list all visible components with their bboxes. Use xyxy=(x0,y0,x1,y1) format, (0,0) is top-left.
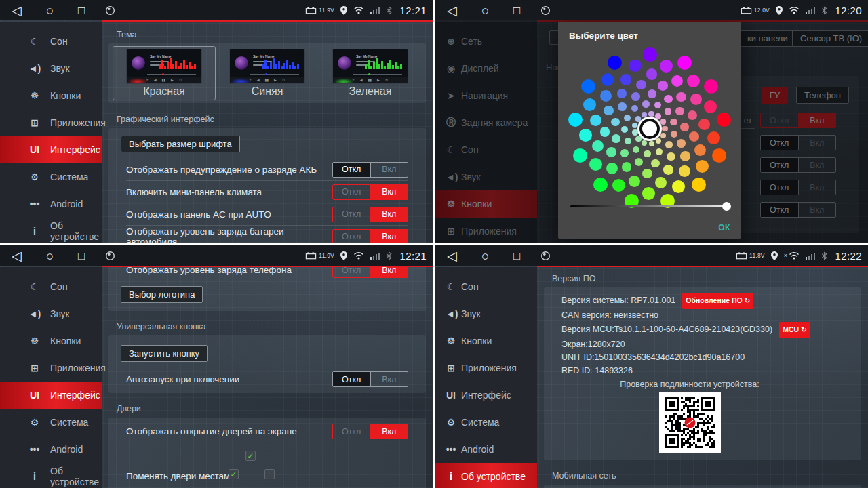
color-dot[interactable] xyxy=(671,131,678,138)
toggle-on-option[interactable]: Вкл xyxy=(370,230,408,243)
color-dot[interactable] xyxy=(625,138,632,145)
theme-option[interactable]: ∙ ∙ ∙∙ ∙ ∙ Say My Name ≡◀▮▮▶↻ Зеленая xyxy=(319,46,422,100)
color-dot[interactable] xyxy=(696,160,709,173)
color-dot[interactable] xyxy=(642,187,655,200)
color-dot[interactable] xyxy=(592,140,604,152)
brightness-slider[interactable] xyxy=(570,205,729,207)
color-dot[interactable] xyxy=(631,92,640,101)
color-dot[interactable] xyxy=(660,60,673,73)
app-icon[interactable] xyxy=(540,5,551,16)
color-dot[interactable] xyxy=(660,119,666,124)
app-icon[interactable] xyxy=(105,251,115,261)
sidebar-item[interactable]: ◄) Звук xyxy=(0,55,102,82)
color-dot[interactable] xyxy=(606,147,616,157)
color-dot[interactable] xyxy=(635,116,641,121)
color-dot[interactable] xyxy=(679,165,690,177)
home-button[interactable]: ○ xyxy=(46,249,54,262)
color-dot[interactable] xyxy=(632,129,637,135)
color-dot[interactable] xyxy=(667,152,675,161)
color-dot[interactable] xyxy=(604,106,614,116)
color-dot[interactable] xyxy=(712,148,726,163)
on-off-toggle[interactable]: Откл Вкл xyxy=(332,371,408,387)
theme-option[interactable]: ∙ ∙ ∙∙ ∙ ∙ Say My Name ≡◀▮▮▶↻ Красная xyxy=(113,46,216,100)
color-dot[interactable] xyxy=(646,68,658,80)
color-dot[interactable] xyxy=(658,81,668,91)
color-dot[interactable] xyxy=(606,163,618,174)
toggle-off-option[interactable]: Откл xyxy=(333,267,370,277)
color-dot[interactable] xyxy=(620,149,629,158)
sidebar-item[interactable]: ☸ Кнопки xyxy=(435,327,537,354)
color-dot[interactable] xyxy=(618,102,627,111)
ok-button[interactable]: ОК xyxy=(718,223,730,232)
color-dot[interactable] xyxy=(660,133,666,138)
color-dot[interactable] xyxy=(694,144,706,156)
sidebar-item[interactable]: ☾ Сон xyxy=(435,273,537,300)
color-dot[interactable] xyxy=(635,136,641,142)
color-dot[interactable] xyxy=(600,90,612,102)
color-dot[interactable] xyxy=(629,176,640,187)
color-dot[interactable] xyxy=(690,94,702,105)
color-dot[interactable] xyxy=(632,123,637,128)
color-dot[interactable] xyxy=(579,129,592,142)
color-dot[interactable] xyxy=(612,134,620,143)
color-dot[interactable] xyxy=(707,131,720,144)
sidebar-item[interactable]: UI Интерфейс xyxy=(0,136,102,163)
sidebar-item[interactable]: ⚙ Система xyxy=(0,409,102,436)
color-dot[interactable] xyxy=(642,140,647,146)
selected-color-dot[interactable] xyxy=(642,121,657,136)
color-dot[interactable] xyxy=(665,108,672,115)
color-dot[interactable] xyxy=(717,113,731,127)
color-dot[interactable] xyxy=(672,180,685,193)
color-dot[interactable] xyxy=(704,79,718,94)
color-dot[interactable] xyxy=(589,158,602,171)
logo-select-button[interactable]: Выбор логотипа xyxy=(121,286,203,303)
sidebar-item[interactable]: i Об устройстве xyxy=(0,463,102,488)
back-button[interactable]: ◁ xyxy=(12,249,22,262)
color-dot[interactable] xyxy=(680,151,690,161)
sidebar-item[interactable]: ⊞ Приложения xyxy=(0,354,102,382)
color-dot[interactable] xyxy=(636,80,646,90)
color-dot[interactable] xyxy=(620,74,632,85)
update-badge[interactable]: Обновление ПО ↻ xyxy=(682,293,753,309)
slider-thumb[interactable] xyxy=(722,202,731,211)
toggle-off-option[interactable]: Откл xyxy=(333,424,370,439)
toggle-off-option[interactable]: Откл xyxy=(333,230,370,243)
color-dot[interactable] xyxy=(568,113,583,127)
sidebar-item[interactable]: UI Интерфейс xyxy=(435,382,537,409)
color-dot[interactable] xyxy=(676,92,686,102)
color-dot[interactable] xyxy=(670,119,677,126)
recents-button[interactable]: □ xyxy=(513,5,520,16)
home-button[interactable]: ○ xyxy=(481,4,489,17)
color-dot[interactable] xyxy=(633,146,640,154)
color-dot[interactable] xyxy=(689,131,699,142)
color-dot[interactable] xyxy=(617,89,627,99)
color-dot[interactable] xyxy=(704,100,717,113)
color-dot[interactable] xyxy=(656,138,661,144)
update-badge[interactable]: MCU ↻ xyxy=(779,322,810,338)
home-button[interactable]: ○ xyxy=(46,4,54,17)
color-dot[interactable] xyxy=(643,47,657,62)
home-button[interactable]: ○ xyxy=(481,249,489,262)
color-dot[interactable] xyxy=(648,89,656,98)
toggle-on-option[interactable]: Вкл xyxy=(370,163,408,177)
back-button[interactable]: ◁ xyxy=(447,4,457,17)
color-dot[interactable] xyxy=(649,141,654,146)
color-dot[interactable] xyxy=(665,141,673,148)
toggle-off-option[interactable]: Откл xyxy=(333,185,370,199)
toggle-off-option[interactable]: Откл xyxy=(333,163,370,177)
sidebar-item[interactable]: ☸ Кнопки xyxy=(0,327,102,354)
color-dot[interactable] xyxy=(593,178,608,192)
color-dot[interactable] xyxy=(655,113,660,119)
sidebar-item[interactable]: i Об устройстве xyxy=(435,463,537,488)
sidebar-item[interactable]: ◄) Звук xyxy=(435,300,537,327)
color-dot[interactable] xyxy=(654,102,662,109)
color-dot[interactable] xyxy=(601,73,614,86)
door-checkbox-top[interactable] xyxy=(245,451,256,461)
color-dot[interactable] xyxy=(608,56,622,70)
color-dot[interactable] xyxy=(692,178,706,192)
sidebar-item[interactable]: ⚙ Система xyxy=(0,163,102,190)
sidebar-item[interactable]: ☸ Кнопки xyxy=(0,82,102,109)
color-dot[interactable] xyxy=(651,159,660,168)
color-dot[interactable] xyxy=(680,123,689,131)
app-icon[interactable] xyxy=(105,5,115,16)
